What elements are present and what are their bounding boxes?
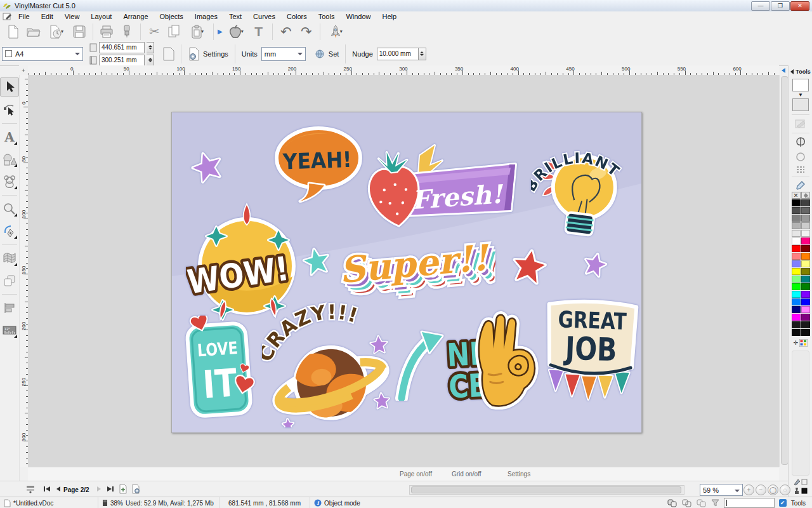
duplicate-tool[interactable] (1, 272, 18, 290)
settings-tab[interactable]: Settings (508, 471, 530, 478)
palette-swatch[interactable] (792, 276, 801, 283)
palette-swatch[interactable] (801, 222, 810, 229)
sticker-love-it[interactable]: LOVE IT (185, 316, 256, 422)
page-height-spinner[interactable] (147, 55, 154, 66)
paste-button[interactable]: ▾ (185, 23, 209, 41)
text-tool[interactable]: A (1, 128, 18, 146)
align-tool[interactable] (1, 299, 18, 317)
palette-swatch[interactable] (801, 260, 810, 267)
menu-images[interactable]: Images (189, 13, 223, 20)
palette-swatch[interactable] (801, 314, 810, 321)
redo-button[interactable]: ↷ (297, 23, 316, 41)
distort-tool[interactable] (1, 250, 18, 267)
stroke-color-indicator[interactable] (793, 478, 808, 486)
palette-swatch[interactable] (792, 283, 801, 290)
palette-swatch[interactable] (801, 283, 810, 290)
open-document-button[interactable] (24, 23, 43, 41)
panel-scroll-area[interactable] (792, 351, 809, 476)
palette-swatch[interactable] (792, 245, 801, 252)
send-to-cutter-button[interactable]: ▾ (324, 23, 348, 41)
minimize-button[interactable]: — (751, 1, 770, 11)
sticker-great-job[interactable]: GREAT JOB (541, 295, 641, 403)
restore-button[interactable]: ❐ (771, 1, 790, 11)
grid-onoff-tab[interactable]: Grid on/off (452, 471, 481, 478)
sticker-crazy[interactable]: CRAZY!!! (262, 298, 395, 427)
page-width-field[interactable]: 440.651 mm (99, 42, 145, 53)
palette-swatch[interactable] (801, 276, 810, 283)
eyedropper-icon[interactable] (796, 180, 806, 190)
palette-swatch[interactable] (792, 222, 801, 229)
palette-swatch[interactable] (792, 237, 801, 244)
palette-swatch[interactable] (792, 230, 801, 237)
previous-page-button[interactable] (53, 484, 63, 494)
shapes-tool[interactable] (1, 150, 18, 168)
filter-icon[interactable] (711, 499, 719, 507)
sticker-brilliant[interactable]: BRILLIANT (531, 120, 639, 242)
no-color-swatch[interactable]: ✕ (792, 192, 801, 199)
copy-button[interactable] (165, 23, 184, 41)
fill-color-indicator[interactable] (793, 487, 808, 495)
menu-help[interactable]: Help (377, 13, 403, 20)
select-tool[interactable] (0, 77, 19, 97)
document-page[interactable]: YEAH! (171, 112, 642, 433)
palette-swatch[interactable] (801, 298, 810, 305)
menu-file[interactable]: File (13, 13, 36, 20)
palette-swatch[interactable] (792, 199, 801, 206)
menu-view[interactable]: View (59, 13, 86, 20)
palette-swatch[interactable] (792, 268, 801, 275)
palette-swatch[interactable] (792, 260, 801, 267)
save-button[interactable] (70, 23, 89, 41)
sticker-purple-star[interactable] (191, 150, 224, 185)
page-width-spinner[interactable] (147, 42, 154, 53)
palette-swatch[interactable] (792, 291, 801, 298)
zoom-level-select[interactable]: 59 % (700, 484, 743, 496)
menu-text[interactable]: Text (223, 13, 247, 20)
palette-swatch[interactable] (801, 245, 810, 252)
page-settings-button[interactable]: Settings (184, 46, 232, 62)
sticker-fresh[interactable]: Fresh! (360, 144, 525, 233)
palette-swatch[interactable] (801, 207, 810, 214)
text-tool-button[interactable]: T (249, 23, 268, 41)
palette-swatch[interactable] (792, 298, 801, 305)
sticker-yeah[interactable]: YEAH! (271, 125, 366, 206)
zoom-tool[interactable] (1, 200, 18, 218)
nudge-spinner[interactable] (419, 48, 426, 60)
palette-swatch[interactable] (801, 291, 810, 298)
zoom-in-button[interactable]: + (743, 485, 754, 495)
fill-preview-swatch[interactable] (792, 79, 809, 91)
gradient-tool-icon[interactable] (794, 118, 807, 130)
cut-job-button[interactable] (117, 23, 136, 41)
set-units-button[interactable]: Set (311, 48, 343, 60)
units-select[interactable]: mm (261, 47, 306, 61)
menu-layout[interactable]: Layout (85, 13, 117, 20)
fill-apple-button[interactable]: ▾ (224, 23, 248, 41)
palette-swatch[interactable] (801, 321, 810, 328)
sticker-small-purple-star[interactable] (582, 251, 608, 278)
palette-swatch[interactable] (801, 215, 810, 222)
palette-swatch[interactable] (801, 268, 810, 275)
design-canvas[interactable]: YEAH! (28, 75, 779, 467)
layer-visibility-button[interactable] (25, 484, 36, 494)
horizontal-scrollbar-thumb[interactable] (411, 486, 681, 493)
palette-swatch[interactable] (792, 314, 801, 321)
palette-swatch[interactable] (801, 199, 810, 206)
select-group-icon[interactable] (682, 499, 692, 507)
palette-swatch[interactable] (801, 253, 810, 260)
zoom-selection-button[interactable]: ◌ (780, 485, 790, 495)
palette-swatch[interactable] (801, 329, 810, 336)
blank-page-button[interactable] (159, 45, 178, 63)
palette-swatch[interactable] (792, 253, 801, 260)
node-edit-tool[interactable] (1, 101, 18, 119)
stroke-preview-swatch[interactable] (792, 98, 809, 111)
first-page-button[interactable] (42, 484, 52, 494)
palette-swatch[interactable] (801, 237, 810, 244)
menu-colors[interactable]: Colors (281, 13, 313, 20)
add-page-button[interactable] (118, 484, 128, 494)
menu-edit[interactable]: Edit (36, 13, 59, 20)
cut-button[interactable]: ✂ (145, 23, 164, 41)
zoom-page-button[interactable]: ◯ (768, 485, 778, 495)
tools-checkbox[interactable]: ✔ (779, 499, 787, 507)
select-layer-icon[interactable] (697, 499, 707, 507)
recent-files-button[interactable]: ▾ (44, 23, 69, 41)
zoom-out-button[interactable]: − (756, 485, 766, 495)
